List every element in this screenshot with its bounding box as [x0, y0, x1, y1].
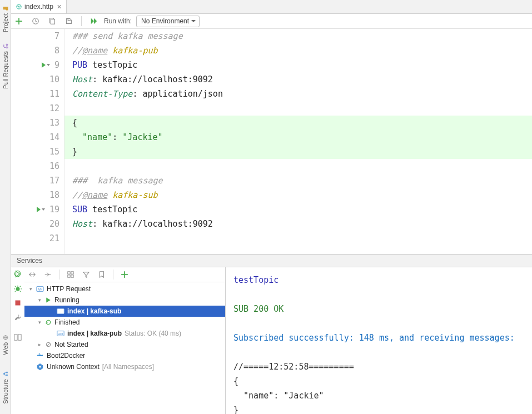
tree-unknown-context[interactable]: Unknown Context [All Namespaces] — [24, 361, 225, 372]
gutter-line: 12 — [11, 101, 59, 116]
pull-request-icon — [2, 43, 9, 49]
svg-rect-25 — [38, 355, 39, 356]
pull-requests-rail-label: Pull Requests — [2, 51, 9, 89]
add-service-icon[interactable] — [120, 270, 129, 279]
tree-http-request[interactable]: ▾ API HTTP Request — [24, 283, 225, 295]
run-gutter-icon[interactable] — [42, 62, 50, 68]
line-number: 14 — [49, 130, 59, 144]
code-line: Host: kafka://localhost:9092 — [72, 217, 532, 231]
stop-icon[interactable] — [13, 298, 22, 307]
code-line: Host: kafka://localhost:9092 — [72, 72, 532, 87]
svg-text:API: API — [38, 288, 42, 291]
editor-code-area[interactable]: ### send kafka message//@name kafka-pubP… — [64, 29, 532, 254]
services-toolbar — [24, 267, 225, 282]
rail-pull-requests[interactable]: Pull Requests — [2, 43, 9, 89]
gutter-line: 14 — [11, 130, 59, 144]
tree-item-kafka-sub[interactable]: index | kafka-sub — [24, 306, 225, 317]
play-icon — [45, 297, 52, 303]
filter-icon[interactable] — [82, 270, 91, 279]
output-body-line: { — [233, 376, 238, 386]
line-number: 13 — [49, 116, 59, 130]
tree-not-started[interactable]: ▸ Not Started — [24, 339, 225, 350]
chevron-down-icon: ▾ — [37, 297, 42, 303]
kube-icon — [36, 363, 44, 371]
tree-item-status: Status: OK (40 ms) — [125, 330, 181, 337]
code-line — [72, 159, 532, 173]
line-number: 9 — [54, 58, 59, 72]
editor-gutter: 789101112131415161718192021 — [11, 29, 64, 254]
code-editor[interactable]: 789101112131415161718192021 ### send kaf… — [11, 29, 532, 254]
output-status: SUB 200 OK — [233, 304, 284, 314]
line-number: 15 — [49, 144, 59, 159]
editor-tabbar: index.http ✕ — [11, 0, 532, 14]
rail-web[interactable]: Web — [2, 335, 9, 355]
tree-label: Finished — [54, 318, 79, 326]
chevron-right-icon: ▸ — [37, 342, 42, 347]
tree-item-name: index | kafka-pub — [67, 330, 122, 337]
tree-item-kafka-pub[interactable]: API index | kafka-pub Status: OK (40 ms) — [24, 328, 225, 339]
services-output[interactable]: testTopic SUB 200 OK Subscribed successf… — [226, 267, 532, 414]
tree-label: Boot2Docker — [47, 352, 85, 360]
svg-text:API: API — [58, 332, 63, 336]
gutter-line: 16 — [11, 159, 59, 173]
http-file-icon — [16, 3, 22, 10]
structure-icon — [2, 371, 9, 377]
tree-label: Running — [54, 296, 79, 304]
api-item-icon — [57, 307, 64, 315]
line-number: 10 — [49, 72, 59, 87]
rail-structure[interactable]: Structure — [2, 371, 9, 404]
tree-label: HTTP Request — [47, 285, 91, 293]
code-line: //@name kafka-pub — [72, 43, 532, 58]
tab-index-http[interactable]: index.http ✕ — [11, 0, 67, 13]
svg-point-7 — [18, 6, 19, 7]
run-gutter-icon[interactable] — [37, 207, 45, 212]
left-tool-rail: Project Pull Requests Web Structure — [0, 0, 11, 414]
services-panel-title[interactable]: Services — [11, 255, 532, 267]
bookmark-icon[interactable] — [97, 270, 106, 279]
environment-value: No Environment — [141, 17, 189, 25]
tree-running[interactable]: ▾ Running — [24, 295, 225, 306]
copy-icon[interactable] — [48, 17, 57, 26]
services-panel: Services — [11, 254, 532, 414]
svg-rect-26 — [39, 355, 40, 356]
expand-icon[interactable] — [28, 270, 37, 279]
gutter-line: 10 — [11, 72, 59, 87]
rerun-icon[interactable] — [13, 270, 22, 278]
group-icon[interactable] — [66, 270, 75, 279]
layout-icon[interactable] — [13, 333, 22, 342]
gutter-line: 13 — [11, 116, 59, 130]
tree-label: Not Started — [54, 341, 88, 348]
export-icon[interactable] — [64, 17, 73, 26]
line-number: 21 — [49, 231, 59, 246]
line-number: 17 — [49, 173, 59, 188]
svg-rect-21 — [57, 309, 64, 314]
folder-icon — [2, 6, 9, 11]
run-all-icon[interactable] — [90, 17, 98, 26]
svg-rect-12 — [16, 301, 21, 306]
history-icon[interactable] — [31, 17, 40, 26]
api-item-icon: API — [57, 330, 64, 337]
rail-project[interactable]: Project — [2, 6, 9, 32]
line-number: 19 — [49, 202, 59, 217]
code-line: Content-Type: application/json — [72, 87, 532, 101]
add-icon[interactable] — [14, 17, 23, 26]
collapse-icon[interactable] — [43, 270, 52, 279]
gutter-line: 7 — [11, 29, 59, 43]
line-number: 8 — [54, 43, 59, 58]
code-line — [72, 101, 532, 116]
output-message: Subscribed successfully: 148 ms, and rec… — [233, 333, 515, 343]
toolbar-separator — [59, 270, 59, 280]
debug-icon[interactable] — [13, 284, 22, 293]
services-tree[interactable]: ▾ API HTTP Request ▾ Running index | kaf… — [24, 282, 225, 414]
gutter-line: 20 — [11, 217, 59, 231]
tree-finished[interactable]: ▾ Finished — [24, 317, 225, 328]
tree-boot2docker[interactable]: Boot2Docker — [24, 350, 225, 361]
close-icon[interactable]: ✕ — [57, 3, 62, 11]
svg-point-1 — [6, 44, 8, 46]
environment-selector[interactable]: No Environment — [136, 16, 200, 27]
gutter-line: 19 — [11, 202, 59, 217]
tab-filename: index.http — [24, 3, 53, 11]
code-line: //@name kafka-sub — [72, 188, 532, 202]
wrench-icon[interactable] — [13, 313, 22, 322]
output-topic: testTopic — [233, 275, 279, 285]
